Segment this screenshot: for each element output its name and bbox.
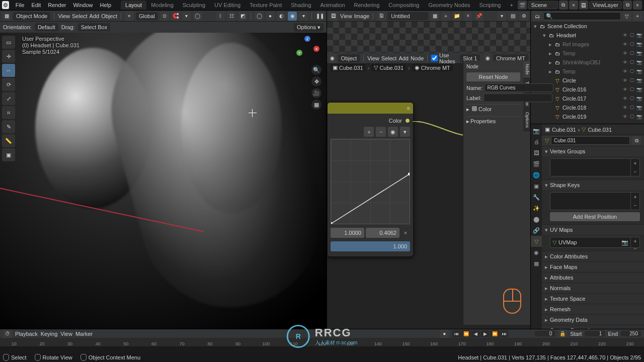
tl-menu-keying[interactable]: Keying — [41, 331, 58, 337]
curve-add-point[interactable]: ＋ — [364, 127, 374, 137]
jump-start-icon[interactable]: ⏮ — [452, 330, 461, 337]
restrict-select-icon[interactable]: 👁 — [622, 50, 628, 57]
outliner-filter-icon[interactable]: ▽ — [622, 12, 631, 21]
tool-select-box[interactable]: ▭ — [2, 36, 15, 49]
workspace-tab-texpaint[interactable]: Texture Paint — [245, 1, 286, 10]
outliner-search[interactable] — [543, 12, 621, 20]
tl-menu-marker[interactable]: Marker — [75, 331, 93, 337]
workspace-tab-script[interactable]: Scripting — [475, 1, 506, 10]
node-menu-node[interactable]: Node — [411, 55, 424, 61]
tl-menu-view[interactable]: View — [60, 331, 72, 337]
workspace-add[interactable]: + — [505, 1, 517, 10]
imged-menu-image[interactable]: Image — [354, 13, 370, 19]
curve-y-value[interactable]: 0.4062 — [366, 228, 399, 238]
node-label-input[interactable] — [484, 94, 552, 102]
imged-slot-icon[interactable]: ▾ — [497, 12, 506, 21]
restrict-viewport-icon[interactable]: 🖵 — [629, 77, 635, 84]
ptab-data[interactable]: ▽ — [531, 236, 542, 247]
mode-dropdown[interactable]: Object Mode — [13, 12, 50, 20]
render-pause-icon[interactable]: ❚❚ — [315, 12, 325, 21]
tool-transform[interactable]: ⌗ — [2, 106, 15, 119]
restrict-select-icon[interactable]: 👁 — [622, 86, 628, 93]
ptab-constraint[interactable]: 🔗 — [531, 225, 542, 236]
scene-new-icon[interactable]: ⧉ — [559, 1, 568, 10]
workspace-tab-anim[interactable]: Animation — [316, 1, 350, 10]
xray-icon[interactable]: ◩ — [238, 12, 247, 21]
sect-custom-props[interactable]: ▸Custom Properties — [542, 325, 644, 329]
play-rev-icon[interactable]: ◀ — [471, 330, 480, 337]
workspace-tab-modeling[interactable]: Modeling — [146, 1, 178, 10]
uv-maps-list[interactable]: ▽ UVMap 📷 ＋－ — [550, 237, 640, 248]
timeline-track[interactable]: 1020304050607080901001101201301401501601… — [0, 338, 644, 346]
outliner-item[interactable]: ▽Circle.018👁🖵📷 — [531, 103, 644, 112]
orientation-dd[interactable]: Global — [136, 12, 158, 20]
restrict-render-icon[interactable]: 📷 — [636, 32, 642, 39]
shape-keys-list[interactable]: ＋－ — [550, 192, 640, 210]
color-output-socket[interactable] — [405, 118, 410, 123]
sect-remesh[interactable]: ▸Remesh — [542, 304, 644, 314]
vp-menu-object[interactable]: Object — [101, 13, 117, 19]
image-editor[interactable]: 🖼 View Image 🖻 Untitled ▦ ＋ 📁 × 📌 ▾ ▤ ⚙ … — [327, 11, 531, 329]
shade-matprev-icon[interactable]: ◐ — [277, 12, 286, 21]
reset-node-button[interactable]: Reset Node — [466, 72, 520, 81]
timeline-type-icon[interactable]: ⏱ — [3, 329, 12, 338]
outl-scene-collection[interactable]: ▾🗀 Scene Collection — [531, 22, 644, 31]
ptab-object[interactable]: ▣ — [531, 180, 542, 192]
mesh-fake-user-icon[interactable]: ⧉ — [632, 136, 641, 145]
sect-face-maps[interactable]: ▸Face Maps — [542, 262, 644, 272]
restrict-select-icon[interactable]: 👁 — [622, 59, 628, 66]
workspace-tab-shading[interactable]: Shading — [286, 1, 315, 10]
overlay-icon[interactable]: ☷ — [227, 12, 236, 21]
restrict-render-icon[interactable]: 📷 — [636, 50, 642, 57]
tool-measure[interactable]: 📏 — [2, 134, 15, 147]
outliner-type-icon[interactable]: 🗂 — [533, 12, 542, 21]
node-name-input[interactable] — [485, 83, 553, 92]
mesh-name-input[interactable] — [551, 136, 630, 145]
ptab-physics[interactable]: ⬤ — [531, 214, 542, 225]
shade-dd-icon[interactable]: ▾ — [299, 12, 308, 21]
node-menu-select[interactable]: Select — [381, 55, 397, 61]
imged-gear-icon[interactable]: ⚙ — [519, 12, 528, 21]
vp-menu-view[interactable]: View — [58, 13, 70, 19]
menu-file[interactable]: File — [12, 2, 28, 8]
tool-addcube[interactable]: ▣ — [2, 148, 15, 161]
outliner-new-coll-icon[interactable]: ＋ — [633, 12, 642, 21]
ptab-render[interactable]: 📷 — [531, 125, 542, 136]
curve-del-point[interactable]: － — [376, 127, 386, 137]
uv-map-item[interactable]: UVMap — [558, 239, 577, 245]
viewlayer-field[interactable]: ViewLayer — [589, 1, 622, 9]
play-icon[interactable]: ▶ — [480, 330, 490, 337]
menu-help[interactable]: Help — [97, 2, 115, 8]
frame-start[interactable]: 1 — [585, 331, 605, 336]
pivot-icon[interactable]: ⊙ — [160, 12, 169, 21]
uv-checker-area[interactable] — [327, 22, 530, 53]
orientation-default[interactable]: Default — [35, 23, 58, 31]
nav-gizmo[interactable]: X Y Z — [294, 36, 319, 61]
sidebar-properties-section[interactable]: ▸Properties — [466, 116, 520, 126]
outliner-item[interactable]: ▽Circle.019👁🖵📷 — [531, 112, 644, 121]
outliner-item[interactable]: ▸🗀Temp👁🖵📷 — [531, 67, 644, 76]
node-mode[interactable]: Object — [338, 54, 360, 62]
outliner-item[interactable]: ▸🗀Temp👁🖵📷 — [531, 49, 644, 58]
autokey-icon[interactable]: ● — [440, 329, 449, 338]
editor-type-icon[interactable]: ▦ — [2, 12, 11, 21]
ptab-output[interactable]: 🖨 — [531, 136, 542, 147]
sect-color-attrs[interactable]: ▸Color Attributes — [542, 251, 644, 261]
shade-rendered-icon[interactable]: ◉ — [288, 12, 297, 21]
viewlayer-del-icon[interactable]: × — [633, 1, 642, 10]
image-new-icon[interactable]: ＋ — [441, 12, 450, 21]
outliner-item[interactable]: ▸🗀ShrinkWrapOBJ👁🖵📷 — [531, 58, 644, 67]
curve-widget[interactable] — [331, 139, 410, 224]
use-nodes-toggle[interactable]: Use Nodes — [431, 52, 458, 64]
imged-type-icon[interactable]: 🖼 — [329, 12, 338, 21]
nav-camera-icon[interactable]: 🎥 — [311, 88, 321, 98]
restrict-viewport-icon[interactable]: 🖵 — [629, 114, 635, 120]
sk-add[interactable]: ＋ — [631, 193, 639, 201]
workspace-tab-geo[interactable]: Geometry Nodes — [424, 1, 474, 10]
sect-attributes[interactable]: ▸Attributes — [542, 273, 644, 283]
outliner-item[interactable]: ▸🗀Ref images👁🖵📷 — [531, 40, 644, 49]
restrict-select-icon[interactable]: 👁 — [622, 114, 628, 120]
imged-menu-view[interactable]: View — [340, 13, 352, 19]
options-dd[interactable]: Options ▾ — [294, 23, 324, 32]
sect-vertex-groups[interactable]: ▾Vertex Groups — [542, 146, 644, 156]
